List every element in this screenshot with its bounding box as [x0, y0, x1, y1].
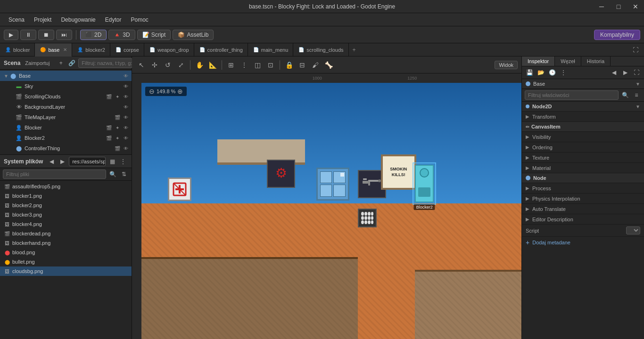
fs-item-blockerhand[interactable]: 🖼 blockerhand.png: [0, 238, 132, 248]
tree-item-scrollingclouds[interactable]: 🎬 ScrollingClouds 🎬 ✦ 👁: [0, 91, 132, 102]
prop-ordering[interactable]: ▶ Ordering: [522, 142, 644, 153]
fs-item-cloudsbg[interactable]: 🖼 cloudsbg.png: [0, 266, 132, 276]
tab-base[interactable]: 🟠 base ✕: [35, 43, 72, 56]
add-node-button[interactable]: +: [56, 58, 66, 68]
prop-auto-translate[interactable]: ▶ Auto Translate: [522, 204, 644, 214]
pan-tool[interactable]: ✋: [194, 59, 205, 71]
minimize-button[interactable]: ─: [593, 0, 610, 13]
assetlib-button[interactable]: 📦 AssetLib: [173, 30, 214, 40]
tab-main-menu[interactable]: 📄 main_menu: [248, 43, 293, 56]
prop-editor-description[interactable]: ▶ Editor Description: [522, 214, 644, 225]
snap-grid-button[interactable]: ⊞: [225, 59, 237, 71]
inspector-nav-right[interactable]: ▶: [620, 68, 630, 77]
menu-edytor[interactable]: Edytor: [100, 16, 126, 24]
tree-visibility-blocker[interactable]: 👁: [122, 124, 130, 131]
rotate-tool[interactable]: ↺: [162, 59, 173, 71]
tab-corpse[interactable]: 📄 corpse: [110, 43, 144, 56]
inspector-node-dropdown[interactable]: ▼: [636, 81, 640, 87]
inspector-tab-wezel[interactable]: Węzeł: [555, 56, 581, 66]
fullscreen-button[interactable]: ⛶: [631, 45, 640, 55]
mode-3d-button[interactable]: 🔺 3D: [108, 30, 135, 40]
blocker2-action2[interactable]: ✦: [114, 134, 121, 142]
maximize-button[interactable]: □: [610, 0, 627, 13]
paint-brush[interactable]: 🖌: [310, 59, 321, 71]
group-button[interactable]: ⊟: [297, 59, 308, 71]
inspector-options-icon[interactable]: ⋮: [559, 68, 568, 77]
tree-visibility-controller[interactable]: 👁: [122, 145, 130, 152]
inspector-nav-left[interactable]: ◀: [609, 68, 619, 77]
tree-item-base[interactable]: ▼ ⬤ Base 👁: [0, 71, 132, 81]
fs-item-bullet[interactable]: ⬤ bullet.png: [0, 257, 132, 266]
property-filter-input[interactable]: [525, 90, 619, 100]
tab-scrolling-clouds[interactable]: 📄 scrolling_clouds: [293, 43, 348, 56]
tree-item-sky[interactable]: ▬ Sky 👁: [0, 81, 132, 91]
scale-tool[interactable]: ⤢: [175, 59, 187, 71]
viewport-option-a[interactable]: ◫: [252, 59, 263, 71]
fs-item-blocker2[interactable]: 🖼 blocker2.png: [0, 201, 132, 210]
scrollingclouds-action1[interactable]: 🎬: [105, 93, 113, 100]
filter-search-icon[interactable]: 🔍: [620, 90, 630, 100]
close-button[interactable]: ✕: [627, 0, 644, 13]
viewport-canvas[interactable]: 1000 1250: [132, 73, 521, 339]
section-node[interactable]: Node: [522, 173, 644, 183]
filter-options-icon[interactable]: ≡: [632, 90, 641, 100]
blocker-action1[interactable]: 🎬: [105, 124, 113, 131]
tilemap-action1[interactable]: 🎬: [114, 113, 121, 121]
widok-button[interactable]: Widok: [495, 61, 518, 69]
section-canvasitem[interactable]: ✏ CanvasItem: [522, 122, 644, 132]
inspector-save-icon[interactable]: 💾: [525, 68, 534, 77]
inspector-tab-historia[interactable]: Historia: [581, 56, 611, 66]
fs-thumbnail-button[interactable]: ▦: [107, 157, 117, 166]
script-button[interactable]: 📝 Script: [137, 30, 171, 40]
tree-item-controllerthing[interactable]: ⬤ ControllerThing 🎬 👁: [0, 143, 132, 153]
menu-pomoc[interactable]: Pomoc: [126, 16, 153, 24]
fs-item-blood[interactable]: ⬤ blood.png: [0, 248, 132, 257]
scene-import-btn[interactable]: Zaimportuj: [22, 58, 52, 68]
fs-back-button[interactable]: ◀: [47, 157, 56, 166]
prop-material[interactable]: ▶ Material: [522, 163, 644, 173]
tab-blocker2[interactable]: 👤 blocker2: [72, 43, 110, 56]
select-tool[interactable]: ↖: [136, 59, 147, 71]
inspector-open-icon[interactable]: 📂: [536, 68, 545, 77]
fs-sort-button[interactable]: ⇅: [119, 170, 129, 179]
link-node-button[interactable]: 🔗: [67, 58, 76, 68]
script-dropdown[interactable]: [626, 226, 640, 234]
stop-button[interactable]: ⏹: [38, 30, 54, 40]
compat-button[interactable]: Kompatybilny: [594, 30, 640, 40]
tree-visibility-blocker2[interactable]: 👁: [122, 134, 130, 142]
mode-2d-button[interactable]: ⬛ 2D: [80, 30, 107, 40]
fs-forward-button[interactable]: ▶: [58, 157, 67, 166]
zoom-plus-button[interactable]: ⊕: [177, 88, 183, 95]
zoom-minus-button[interactable]: ⊖: [149, 88, 155, 95]
step-button[interactable]: ⏭: [56, 30, 72, 40]
blocker-action2[interactable]: ✦: [114, 124, 121, 131]
fs-item-assaultrifledrop5[interactable]: 🎬 assaultrifledrop5.png: [0, 182, 132, 191]
tree-visibility-sky[interactable]: 👁: [122, 82, 130, 90]
ruler-tool[interactable]: 📐: [207, 59, 218, 71]
scrollingclouds-action2[interactable]: ✦: [114, 93, 121, 100]
inspector-expand[interactable]: ⛶: [632, 68, 641, 77]
tree-item-blocker[interactable]: 👤 Blocker 🎬 ✦ 👁: [0, 122, 132, 133]
lock-button[interactable]: 🔒: [283, 59, 295, 71]
fs-item-blockerdead[interactable]: 🎬 blockerdead.png: [0, 229, 132, 238]
filesystem-search-input[interactable]: [3, 170, 106, 179]
inspector-history-icon[interactable]: 🕒: [547, 68, 557, 77]
menu-debugowanie[interactable]: Debugowanie: [56, 16, 100, 24]
prop-physics-interpolation[interactable]: ▶ Physics Interpolation: [522, 194, 644, 204]
fs-item-blocker1[interactable]: 🖼 blocker1.png: [0, 191, 132, 201]
tree-visibility-scrollingclouds[interactable]: 👁: [122, 93, 130, 100]
prop-texture[interactable]: ▶ Texture: [522, 153, 644, 163]
bone-tool[interactable]: 🦴: [323, 59, 334, 71]
tree-item-blocker2[interactable]: 👤 Blocker2 🎬 ✦ 👁: [0, 133, 132, 143]
tab-weapon-drop[interactable]: 📄 weapon_drop: [144, 43, 194, 56]
add-metadata-row[interactable]: + Dodaj metadane: [522, 237, 644, 248]
tree-item-tilemaplayer[interactable]: 🎬 TileMapLayer 🎬 👁: [0, 112, 132, 122]
fs-item-blocker3[interactable]: 🖼 blocker3.png: [0, 210, 132, 219]
prop-visibility[interactable]: ▶ Visibility: [522, 132, 644, 142]
tree-item-backgroundlayer[interactable]: 👁 BackgroundLayer 👁: [0, 102, 132, 112]
add-tab-button[interactable]: +: [349, 47, 360, 53]
fs-item-blocker4[interactable]: 🖼 blocker4.png: [0, 219, 132, 229]
menu-scena[interactable]: Scena: [4, 16, 29, 24]
inspector-tab-inspektor[interactable]: Inspektor: [522, 56, 555, 66]
menu-projekt[interactable]: Projekt: [29, 16, 56, 24]
